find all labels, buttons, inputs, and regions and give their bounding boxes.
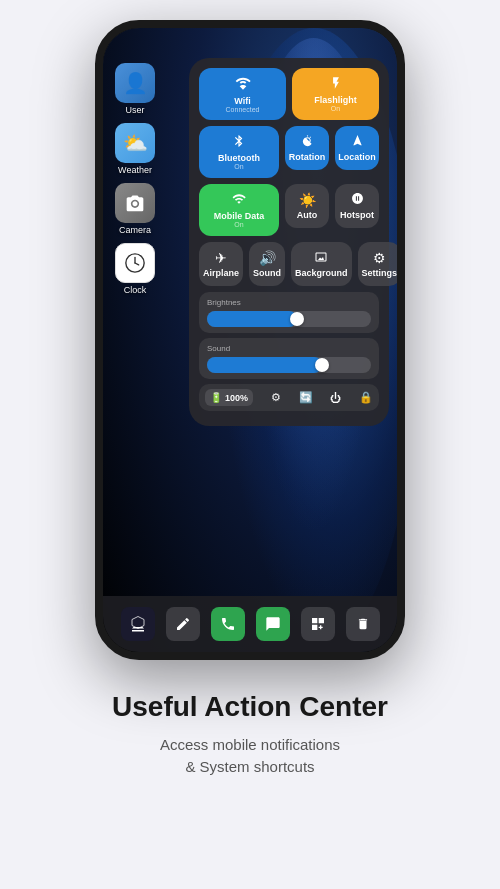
battery-icon: 🔋 xyxy=(210,392,222,403)
home-icon-clock[interactable]: Clock xyxy=(115,243,155,295)
mobile-data-tile[interactable]: Mobile Data On xyxy=(199,184,279,236)
brightness-slider[interactable] xyxy=(207,311,371,327)
home-icons: 👤 User ⛅ Weather Camera xyxy=(115,63,155,295)
bottom-bar: 🔋 100% ⚙ 🔄 ⏻ 🔒 xyxy=(199,384,379,411)
control-center: Wifi Connected Flashlight On xyxy=(189,58,389,426)
auto-tile[interactable]: ☀️ Auto xyxy=(285,184,329,228)
power-icon[interactable]: ⏻ xyxy=(330,392,341,404)
dock-messages[interactable] xyxy=(256,607,290,641)
bluetooth-tile[interactable]: Bluetooth On xyxy=(199,126,279,178)
sound-tile[interactable]: 🔊 Sound xyxy=(249,242,285,286)
hotspot-tile[interactable]: Hotspot xyxy=(335,184,379,228)
dock-notes[interactable] xyxy=(166,607,200,641)
phone-wrapper: 👤 User ⛅ Weather Camera xyxy=(95,20,405,660)
battery-indicator: 🔋 100% xyxy=(205,389,253,406)
phone-frame: 👤 User ⛅ Weather Camera xyxy=(95,20,405,660)
dock-finder[interactable] xyxy=(121,607,155,641)
battery-percent: 100% xyxy=(225,393,248,403)
sound-slider[interactable] xyxy=(207,357,371,373)
main-title: Useful Action Center xyxy=(112,690,388,724)
home-icon-weather[interactable]: ⛅ Weather xyxy=(115,123,155,175)
flashlight-tile[interactable]: Flashlight On xyxy=(292,68,379,120)
sound-section: Sound xyxy=(199,338,379,379)
home-icon-user[interactable]: 👤 User xyxy=(115,63,155,115)
settings-tile[interactable]: ⚙ Settings xyxy=(358,242,402,286)
settings-bottom-icon[interactable]: ⚙ xyxy=(271,391,281,404)
wifi-tile[interactable]: Wifi Connected xyxy=(199,68,286,120)
dock-multitask[interactable] xyxy=(301,607,335,641)
airplane-tile[interactable]: ✈ Airplane xyxy=(199,242,243,286)
background-tile[interactable]: Background xyxy=(291,242,352,286)
rotation-tile[interactable]: Rotation xyxy=(285,126,329,170)
dock-trash[interactable] xyxy=(346,607,380,641)
text-section: Useful Action Center Access mobile notif… xyxy=(72,690,428,809)
dock xyxy=(103,596,397,652)
dock-phone[interactable] xyxy=(211,607,245,641)
sub-text: Access mobile notifications& System shor… xyxy=(112,734,388,779)
rotate-icon[interactable]: 🔄 xyxy=(299,391,313,404)
lock-icon[interactable]: 🔒 xyxy=(359,391,373,404)
home-icon-camera[interactable]: Camera xyxy=(115,183,155,235)
brightness-section: Brightnes xyxy=(199,292,379,333)
location-tile[interactable]: Location xyxy=(335,126,379,170)
